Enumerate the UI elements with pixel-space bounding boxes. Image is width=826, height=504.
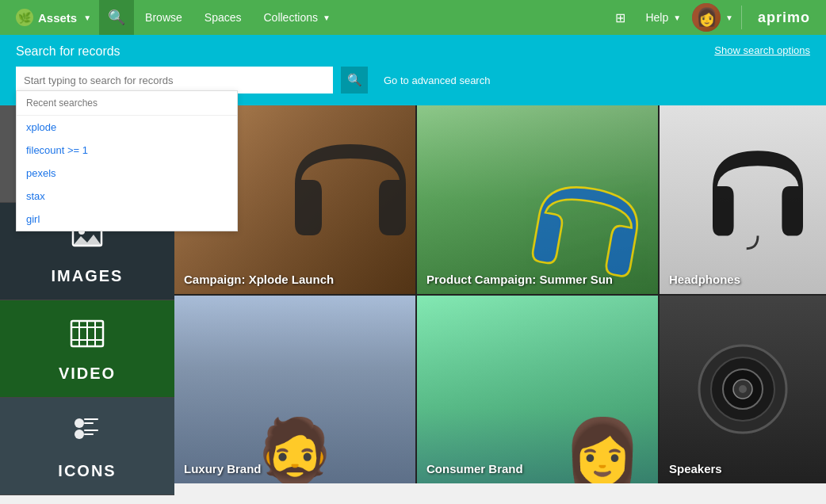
speakers-label: Speakers bbox=[669, 462, 722, 475]
search-row: 🔍 Go to advanced search bbox=[16, 67, 810, 94]
search-submit-button[interactable]: 🔍 bbox=[341, 67, 368, 94]
aprimo-logo: aprimo bbox=[750, 10, 818, 26]
avatar-chevron-icon[interactable]: ▼ bbox=[725, 13, 733, 22]
luxury-label: Luxury Brand bbox=[184, 462, 262, 475]
go-advanced-link[interactable]: Go to advanced search bbox=[384, 74, 490, 86]
recent-searches-header: Recent searches bbox=[17, 91, 237, 116]
search-title: Search for records bbox=[16, 44, 810, 59]
recent-search-pexels[interactable]: pexels bbox=[17, 162, 237, 185]
assets-chevron-icon: ▼ bbox=[83, 13, 91, 22]
video-label: VIDEO bbox=[59, 365, 116, 383]
recent-search-filecount[interactable]: filecount >= 1 bbox=[17, 139, 237, 162]
grid-cell-headphones[interactable]: Headphones bbox=[660, 105, 826, 294]
search-input[interactable] bbox=[16, 67, 333, 94]
icons-label: ICONS bbox=[58, 462, 116, 480]
search-input-wrap bbox=[16, 67, 333, 94]
grid-cell-speakers[interactable]: Speakers bbox=[660, 296, 826, 484]
grid-cell-consumer[interactable]: 👩 Consumer Brand bbox=[417, 296, 658, 484]
nav-divider bbox=[741, 6, 742, 29]
assets-menu[interactable]: 🌿 Assets ▼ bbox=[8, 9, 99, 26]
show-search-options-link[interactable]: Show search options bbox=[714, 44, 810, 56]
svg-point-11 bbox=[75, 430, 84, 439]
collections-chevron-icon: ▼ bbox=[323, 13, 331, 22]
recent-search-girl[interactable]: girl bbox=[17, 208, 237, 231]
svg-rect-13 bbox=[84, 433, 94, 435]
nav-search-button[interactable]: 🔍 bbox=[99, 0, 134, 35]
svg-point-18 bbox=[739, 385, 747, 393]
spaces-link[interactable]: Spaces bbox=[193, 0, 253, 35]
svg-point-8 bbox=[75, 418, 84, 428]
top-navigation: 🌿 Assets ▼ 🔍 Browse Spaces Collections ▼… bbox=[0, 0, 826, 35]
sidebar-item-video[interactable]: VIDEO bbox=[0, 300, 174, 398]
grid-cell-summer-sun[interactable]: Product Campaign: Summer Sun bbox=[417, 105, 658, 294]
recent-search-xplode[interactable]: xplode bbox=[17, 116, 237, 139]
help-menu[interactable]: Help ▼ bbox=[637, 0, 689, 35]
images-label: IMAGES bbox=[52, 267, 124, 285]
nav-right-section: ⊞ Help ▼ ▼ aprimo bbox=[606, 0, 818, 35]
help-chevron-icon: ▼ bbox=[673, 13, 681, 22]
sidebar-item-icons[interactable]: ICONS bbox=[0, 398, 174, 495]
speaker-icon bbox=[695, 342, 790, 437]
video-icon bbox=[68, 315, 106, 358]
collections-link[interactable]: Collections ▼ bbox=[253, 0, 342, 35]
content-grid: Campaign: Xplode Launch Product Campaign… bbox=[174, 105, 826, 483]
search-area: Show search options Search for records 🔍… bbox=[0, 35, 826, 105]
avatar-image bbox=[692, 3, 721, 32]
icons-icon bbox=[68, 412, 106, 456]
headphone-product-icon bbox=[683, 116, 826, 267]
luxury-person-icon: 🧔 bbox=[255, 420, 335, 483]
browse-link[interactable]: Browse bbox=[134, 0, 193, 35]
grid-apps-icon[interactable]: ⊞ bbox=[606, 0, 634, 35]
assets-label: Assets bbox=[38, 11, 77, 25]
consumer-label: Consumer Brand bbox=[426, 462, 523, 475]
leaf-icon: 🌿 bbox=[16, 9, 33, 26]
consumer-person-icon: 👩 bbox=[563, 420, 642, 483]
grid-cell-luxury[interactable]: 🧔 Luxury Brand bbox=[174, 296, 415, 484]
svg-rect-10 bbox=[84, 422, 94, 424]
recent-search-stax[interactable]: stax bbox=[17, 185, 237, 208]
headphones-label: Headphones bbox=[669, 273, 740, 286]
search-dropdown: Recent searches xplode filecount >= 1 pe… bbox=[16, 90, 238, 231]
headphone-large-icon bbox=[271, 113, 415, 271]
svg-rect-12 bbox=[84, 430, 98, 431]
user-avatar[interactable] bbox=[692, 3, 721, 32]
svg-rect-9 bbox=[84, 418, 98, 420]
summer-sun-label: Product Campaign: Summer Sun bbox=[426, 273, 613, 286]
campaign-xplode-label: Campaign: Xplode Launch bbox=[184, 273, 334, 286]
